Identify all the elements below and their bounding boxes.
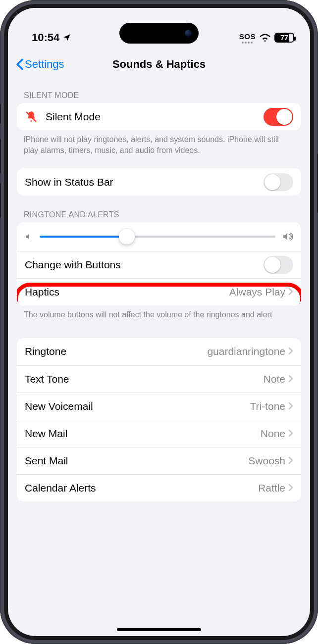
haptics-value: Always Play bbox=[229, 286, 285, 298]
battery-icon: 77 bbox=[274, 33, 294, 43]
chevron-right-icon bbox=[288, 286, 293, 298]
sound-row-new-voicemail[interactable]: New VoicemailTri-tone bbox=[17, 393, 301, 420]
list-item-value: Rattle bbox=[258, 482, 285, 494]
list-item-label: Sent Mail bbox=[25, 455, 248, 467]
section-header-ringtone: RINGTONE AND ALERTS bbox=[17, 196, 301, 222]
show-status-bar-label: Show in Status Bar bbox=[25, 176, 264, 188]
home-indicator[interactable] bbox=[117, 628, 201, 631]
chevron-right-icon bbox=[288, 400, 293, 412]
silent-mode-row[interactable]: Silent Mode bbox=[17, 103, 301, 130]
list-item-label: Calendar Alerts bbox=[25, 482, 258, 494]
change-with-buttons-label: Change with Buttons bbox=[25, 259, 264, 271]
list-item-label: Ringtone bbox=[25, 346, 207, 357]
change-with-buttons-row[interactable]: Change with Buttons bbox=[17, 251, 301, 278]
list-item-value: Note bbox=[264, 373, 285, 385]
silent-mode-label: Silent Mode bbox=[46, 111, 264, 123]
nav-bar: Settings Sounds & Haptics bbox=[8, 52, 310, 76]
silent-mode-footer: iPhone will not play ringtones, alerts, … bbox=[17, 130, 301, 159]
back-button[interactable]: Settings bbox=[16, 58, 64, 71]
chevron-right-icon bbox=[288, 455, 293, 467]
volume-slider[interactable] bbox=[40, 236, 275, 238]
list-item-value: None bbox=[261, 428, 285, 440]
sound-row-new-mail[interactable]: New MailNone bbox=[17, 420, 301, 447]
silent-mode-toggle[interactable] bbox=[264, 108, 293, 126]
list-item-label: Text Tone bbox=[25, 373, 264, 385]
chevron-right-icon bbox=[288, 346, 293, 357]
sound-row-sent-mail[interactable]: Sent MailSwoosh bbox=[17, 447, 301, 474]
back-label: Settings bbox=[25, 58, 64, 71]
sos-indicator: SOS bbox=[239, 32, 256, 44]
clock: 10:54 bbox=[32, 31, 59, 44]
chevron-right-icon bbox=[288, 482, 293, 494]
sound-row-text-tone[interactable]: Text ToneNote bbox=[17, 365, 301, 393]
change-with-buttons-toggle[interactable] bbox=[264, 256, 293, 274]
haptics-label: Haptics bbox=[25, 286, 229, 298]
list-item-value: guardianringtone bbox=[207, 346, 285, 357]
volume-slider-row bbox=[17, 222, 301, 251]
chevron-right-icon bbox=[288, 428, 293, 440]
chevron-right-icon bbox=[288, 373, 293, 385]
dynamic-island bbox=[119, 23, 199, 44]
speaker-high-icon bbox=[281, 231, 293, 242]
sound-row-ringtone[interactable]: Ringtoneguardianringtone bbox=[17, 338, 301, 365]
wifi-icon bbox=[260, 34, 270, 42]
list-item-value: Swoosh bbox=[248, 455, 285, 467]
haptics-row[interactable]: Haptics Always Play bbox=[17, 278, 301, 305]
bell-off-icon bbox=[25, 110, 38, 123]
section-header-silent: SILENT MODE bbox=[17, 76, 301, 103]
list-item-value: Tri-tone bbox=[250, 400, 285, 412]
location-icon bbox=[62, 33, 71, 42]
list-item-label: New Mail bbox=[25, 428, 261, 440]
list-item-label: New Voicemail bbox=[25, 400, 250, 412]
sound-row-calendar-alerts[interactable]: Calendar AlertsRattle bbox=[17, 474, 301, 501]
speaker-low-icon bbox=[25, 232, 34, 241]
show-status-bar-toggle[interactable] bbox=[264, 173, 293, 191]
show-status-bar-row[interactable]: Show in Status Bar bbox=[17, 168, 301, 196]
ringtone-footer: The volume buttons will not affect the v… bbox=[17, 305, 301, 324]
